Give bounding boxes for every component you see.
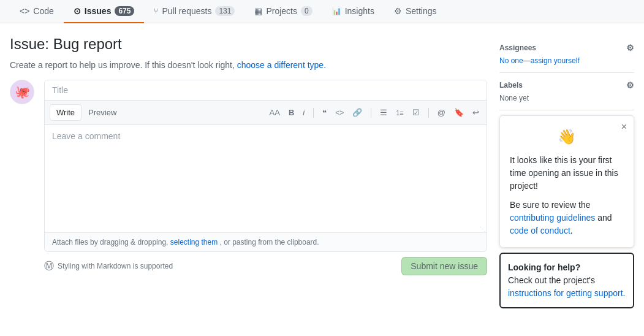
link-icon[interactable]: 🔗: [350, 107, 365, 118]
first-time-line1: It looks like this is your first: [510, 155, 612, 165]
markdown-hint-text: Styling with Markdown is supported: [58, 262, 173, 270]
labels-value: None yet: [499, 94, 529, 102]
contributing-mid: and: [597, 213, 612, 223]
content-area: Issue: Bug report Create a report to hel…: [10, 36, 487, 308]
sidebar: Assignees ⚙ No one—assign yourself Label…: [499, 36, 634, 308]
resize-handle[interactable]: ⋱: [479, 225, 487, 232]
code-icon[interactable]: <>: [333, 107, 346, 118]
page-title: Issue: Bug report: [10, 36, 487, 53]
pull-requests-icon: ⑂: [154, 7, 158, 15]
insights-icon: 📊: [332, 7, 341, 15]
preview-tab[interactable]: Preview: [81, 104, 123, 121]
contributing-pre: Be sure to review the: [510, 200, 591, 210]
markdown-icon: Ⓜ: [44, 260, 54, 273]
toolbar-separator-2: [371, 108, 371, 118]
issues-count-badge: 675: [115, 6, 134, 16]
write-tab[interactable]: Write: [50, 104, 81, 121]
avatar-emoji: 🐙: [15, 85, 30, 99]
toolbar-separator-1: [313, 108, 314, 118]
first-time-message: It looks like this is your first time op…: [510, 154, 624, 193]
help-popup-title: Looking for help?: [508, 262, 580, 272]
editor-toolbar: AA B i ❝ <> 🔗 ☰ 1≡ ☑ @ 🔖 ↩: [267, 107, 482, 118]
heading-icon[interactable]: AA: [267, 107, 282, 118]
assignees-section: Assignees ⚙ No one—assign yourself: [499, 36, 634, 73]
tab-settings[interactable]: ⚙ Settings: [384, 0, 447, 23]
assignees-header: Assignees ⚙: [499, 43, 634, 53]
bold-icon[interactable]: B: [286, 107, 297, 118]
select-files-link[interactable]: selecting them: [170, 238, 218, 246]
page-subtitle: Create a report to help us improve. If t…: [10, 60, 487, 70]
projects-count-badge: 0: [301, 6, 313, 16]
pull-requests-count-badge: 131: [215, 6, 235, 16]
labels-label: Labels: [499, 81, 523, 90]
title-input[interactable]: [45, 80, 487, 101]
tab-code-label: Code: [33, 6, 53, 16]
tab-insights-label: Insights: [345, 6, 374, 16]
labels-section: Labels ⚙ None yet: [499, 73, 634, 110]
code-icon: <>: [20, 6, 29, 16]
assignees-label: Assignees: [499, 44, 536, 52]
mention-icon[interactable]: @: [435, 107, 448, 118]
comment-placeholder: Leave a comment: [52, 131, 120, 141]
first-time-popup-container: × 👋 It looks like this is your first tim…: [499, 115, 634, 308]
first-time-line2: time opening an issue in: [510, 168, 602, 178]
contributing-text: Be sure to review the contributing guide…: [510, 199, 624, 237]
italic-icon[interactable]: i: [300, 107, 307, 118]
tab-issues-label: Issues: [85, 6, 112, 16]
reply-icon[interactable]: ↩: [470, 107, 482, 118]
unordered-list-icon[interactable]: ☰: [377, 107, 390, 118]
markdown-hint: Ⓜ Styling with Markdown is supported: [44, 260, 173, 273]
tab-insights[interactable]: 📊 Insights: [322, 0, 384, 23]
avatar-area: 🐙: [10, 80, 37, 252]
form-panel: Write Preview AA B i ❝ <> 🔗 ☰ 1≡ ☑: [44, 80, 487, 252]
tab-pull-requests-label: Pull requests: [162, 6, 211, 16]
wave-emoji: 👋: [510, 126, 624, 148]
labels-content: None yet: [499, 94, 634, 102]
choose-different-type-link[interactable]: choose a different type.: [237, 60, 326, 70]
popup-close-button[interactable]: ×: [619, 120, 629, 134]
labels-header: Labels ⚙: [499, 80, 634, 90]
projects-icon: ▦: [254, 6, 262, 16]
tab-code[interactable]: <> Code: [10, 0, 64, 23]
labels-gear-icon[interactable]: ⚙: [626, 80, 634, 90]
main-container: Issue: Bug report Create a report to hel…: [0, 23, 644, 321]
toolbar-separator-3: [428, 108, 429, 118]
code-of-conduct-link[interactable]: code of conduct: [510, 226, 570, 235]
code-post: .: [570, 226, 573, 235]
first-time-popup: × 👋 It looks like this is your first tim…: [499, 115, 634, 248]
help-popup-body-pre: Check out the project's: [508, 275, 595, 285]
ordered-list-icon[interactable]: 1≡: [393, 108, 406, 118]
submit-new-issue-button[interactable]: Submit new issue: [401, 257, 487, 275]
help-popup: Looking for help? Check out the project'…: [499, 253, 634, 308]
task-list-icon[interactable]: ☑: [410, 107, 422, 118]
editor-tabs-bar: Write Preview AA B i ❝ <> 🔗 ☰ 1≡ ☑: [45, 101, 487, 125]
contributing-guidelines-link[interactable]: contributing guidelines: [510, 213, 595, 223]
issues-icon: ⊙: [74, 6, 81, 16]
getting-support-link[interactable]: instructions for getting support: [508, 288, 623, 298]
subtitle-text: Create a report to help us improve. If t…: [10, 60, 235, 70]
tab-issues[interactable]: ⊙ Issues 675: [64, 0, 145, 23]
attach-area: Attach files by dragging & dropping, sel…: [45, 232, 487, 251]
assignees-content: No one—assign yourself: [499, 56, 634, 65]
nav-tabs: <> Code ⊙ Issues 675 ⑂ Pull requests 131…: [0, 0, 644, 23]
assign-yourself-link[interactable]: No one—assign yourself: [499, 56, 580, 65]
attach-text-mid: , or pasting from the clipboard.: [220, 238, 319, 246]
tab-projects-label: Projects: [266, 6, 297, 16]
settings-icon: ⚙: [394, 6, 402, 16]
issue-form: 🐙 Write Preview AA B i ❝ <>: [10, 80, 487, 252]
tab-pull-requests[interactable]: ⑂ Pull requests 131: [144, 0, 244, 23]
assignees-gear-icon[interactable]: ⚙: [626, 43, 634, 53]
tab-projects[interactable]: ▦ Projects 0: [244, 0, 322, 23]
help-popup-body-post: .: [623, 288, 626, 298]
reference-icon[interactable]: 🔖: [452, 107, 466, 118]
form-footer: Ⓜ Styling with Markdown is supported Sub…: [10, 257, 487, 275]
comment-area[interactable]: Leave a comment ⋱: [45, 125, 487, 232]
attach-text-pre: Attach files by dragging & dropping,: [52, 238, 168, 246]
quote-icon[interactable]: ❝: [320, 107, 329, 118]
tab-settings-label: Settings: [406, 6, 437, 16]
avatar: 🐙: [10, 80, 34, 104]
